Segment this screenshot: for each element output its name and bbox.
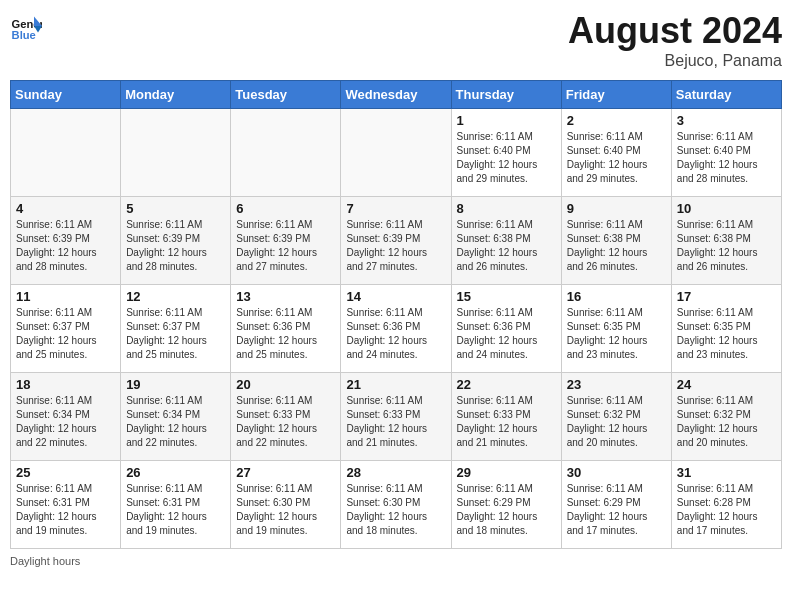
day-cell [231, 109, 341, 197]
day-cell: 12Sunrise: 6:11 AMSunset: 6:37 PMDayligh… [121, 285, 231, 373]
day-cell: 18Sunrise: 6:11 AMSunset: 6:34 PMDayligh… [11, 373, 121, 461]
day-cell: 6Sunrise: 6:11 AMSunset: 6:39 PMDaylight… [231, 197, 341, 285]
day-number: 20 [236, 377, 335, 392]
day-cell: 9Sunrise: 6:11 AMSunset: 6:38 PMDaylight… [561, 197, 671, 285]
day-info: Sunrise: 6:11 AMSunset: 6:40 PMDaylight:… [677, 130, 776, 186]
day-cell: 10Sunrise: 6:11 AMSunset: 6:38 PMDayligh… [671, 197, 781, 285]
day-cell: 31Sunrise: 6:11 AMSunset: 6:28 PMDayligh… [671, 461, 781, 549]
day-info: Sunrise: 6:11 AMSunset: 6:34 PMDaylight:… [16, 394, 115, 450]
month-year: August 2024 [568, 10, 782, 52]
calendar-table: SundayMondayTuesdayWednesdayThursdayFrid… [10, 80, 782, 549]
day-info: Sunrise: 6:11 AMSunset: 6:36 PMDaylight:… [346, 306, 445, 362]
day-info: Sunrise: 6:11 AMSunset: 6:38 PMDaylight:… [567, 218, 666, 274]
day-info: Sunrise: 6:11 AMSunset: 6:39 PMDaylight:… [126, 218, 225, 274]
day-number: 2 [567, 113, 666, 128]
day-info: Sunrise: 6:11 AMSunset: 6:35 PMDaylight:… [567, 306, 666, 362]
day-cell: 2Sunrise: 6:11 AMSunset: 6:40 PMDaylight… [561, 109, 671, 197]
week-row-2: 4Sunrise: 6:11 AMSunset: 6:39 PMDaylight… [11, 197, 782, 285]
footer: Daylight hours [10, 555, 782, 567]
day-cell: 20Sunrise: 6:11 AMSunset: 6:33 PMDayligh… [231, 373, 341, 461]
logo: General Blue [10, 10, 44, 42]
day-number: 4 [16, 201, 115, 216]
day-cell: 4Sunrise: 6:11 AMSunset: 6:39 PMDaylight… [11, 197, 121, 285]
day-number: 23 [567, 377, 666, 392]
day-cell: 30Sunrise: 6:11 AMSunset: 6:29 PMDayligh… [561, 461, 671, 549]
day-cell: 21Sunrise: 6:11 AMSunset: 6:33 PMDayligh… [341, 373, 451, 461]
day-number: 8 [457, 201, 556, 216]
day-info: Sunrise: 6:11 AMSunset: 6:38 PMDaylight:… [457, 218, 556, 274]
day-number: 9 [567, 201, 666, 216]
day-cell: 26Sunrise: 6:11 AMSunset: 6:31 PMDayligh… [121, 461, 231, 549]
column-header-thursday: Thursday [451, 81, 561, 109]
logo-icon: General Blue [10, 10, 42, 42]
day-info: Sunrise: 6:11 AMSunset: 6:36 PMDaylight:… [236, 306, 335, 362]
day-number: 27 [236, 465, 335, 480]
day-info: Sunrise: 6:11 AMSunset: 6:31 PMDaylight:… [126, 482, 225, 538]
day-number: 1 [457, 113, 556, 128]
day-number: 3 [677, 113, 776, 128]
day-info: Sunrise: 6:11 AMSunset: 6:37 PMDaylight:… [16, 306, 115, 362]
week-row-1: 1Sunrise: 6:11 AMSunset: 6:40 PMDaylight… [11, 109, 782, 197]
day-info: Sunrise: 6:11 AMSunset: 6:40 PMDaylight:… [457, 130, 556, 186]
page-header: General Blue August 2024 Bejuco, Panama [10, 10, 782, 70]
day-number: 7 [346, 201, 445, 216]
column-header-monday: Monday [121, 81, 231, 109]
day-info: Sunrise: 6:11 AMSunset: 6:38 PMDaylight:… [677, 218, 776, 274]
column-header-friday: Friday [561, 81, 671, 109]
location: Bejuco, Panama [568, 52, 782, 70]
day-number: 31 [677, 465, 776, 480]
day-cell: 7Sunrise: 6:11 AMSunset: 6:39 PMDaylight… [341, 197, 451, 285]
daylight-label: Daylight hours [10, 555, 80, 567]
day-cell: 27Sunrise: 6:11 AMSunset: 6:30 PMDayligh… [231, 461, 341, 549]
day-info: Sunrise: 6:11 AMSunset: 6:33 PMDaylight:… [457, 394, 556, 450]
day-number: 24 [677, 377, 776, 392]
title-block: August 2024 Bejuco, Panama [568, 10, 782, 70]
day-cell: 5Sunrise: 6:11 AMSunset: 6:39 PMDaylight… [121, 197, 231, 285]
column-header-wednesday: Wednesday [341, 81, 451, 109]
day-number: 25 [16, 465, 115, 480]
day-info: Sunrise: 6:11 AMSunset: 6:32 PMDaylight:… [677, 394, 776, 450]
week-row-4: 18Sunrise: 6:11 AMSunset: 6:34 PMDayligh… [11, 373, 782, 461]
column-header-tuesday: Tuesday [231, 81, 341, 109]
day-cell [121, 109, 231, 197]
day-number: 17 [677, 289, 776, 304]
day-cell: 15Sunrise: 6:11 AMSunset: 6:36 PMDayligh… [451, 285, 561, 373]
day-info: Sunrise: 6:11 AMSunset: 6:36 PMDaylight:… [457, 306, 556, 362]
day-number: 11 [16, 289, 115, 304]
day-info: Sunrise: 6:11 AMSunset: 6:33 PMDaylight:… [346, 394, 445, 450]
day-info: Sunrise: 6:11 AMSunset: 6:30 PMDaylight:… [346, 482, 445, 538]
day-cell: 19Sunrise: 6:11 AMSunset: 6:34 PMDayligh… [121, 373, 231, 461]
day-info: Sunrise: 6:11 AMSunset: 6:29 PMDaylight:… [457, 482, 556, 538]
column-header-saturday: Saturday [671, 81, 781, 109]
day-cell: 8Sunrise: 6:11 AMSunset: 6:38 PMDaylight… [451, 197, 561, 285]
day-cell: 11Sunrise: 6:11 AMSunset: 6:37 PMDayligh… [11, 285, 121, 373]
day-info: Sunrise: 6:11 AMSunset: 6:39 PMDaylight:… [346, 218, 445, 274]
day-number: 30 [567, 465, 666, 480]
day-cell: 17Sunrise: 6:11 AMSunset: 6:35 PMDayligh… [671, 285, 781, 373]
day-cell: 28Sunrise: 6:11 AMSunset: 6:30 PMDayligh… [341, 461, 451, 549]
svg-text:Blue: Blue [12, 29, 36, 41]
day-cell: 16Sunrise: 6:11 AMSunset: 6:35 PMDayligh… [561, 285, 671, 373]
day-number: 6 [236, 201, 335, 216]
day-info: Sunrise: 6:11 AMSunset: 6:29 PMDaylight:… [567, 482, 666, 538]
day-number: 16 [567, 289, 666, 304]
day-info: Sunrise: 6:11 AMSunset: 6:31 PMDaylight:… [16, 482, 115, 538]
calendar-header-row: SundayMondayTuesdayWednesdayThursdayFrid… [11, 81, 782, 109]
day-cell: 22Sunrise: 6:11 AMSunset: 6:33 PMDayligh… [451, 373, 561, 461]
day-info: Sunrise: 6:11 AMSunset: 6:40 PMDaylight:… [567, 130, 666, 186]
day-number: 5 [126, 201, 225, 216]
day-number: 10 [677, 201, 776, 216]
day-cell: 24Sunrise: 6:11 AMSunset: 6:32 PMDayligh… [671, 373, 781, 461]
day-number: 12 [126, 289, 225, 304]
day-cell: 29Sunrise: 6:11 AMSunset: 6:29 PMDayligh… [451, 461, 561, 549]
day-cell: 1Sunrise: 6:11 AMSunset: 6:40 PMDaylight… [451, 109, 561, 197]
day-info: Sunrise: 6:11 AMSunset: 6:39 PMDaylight:… [236, 218, 335, 274]
day-info: Sunrise: 6:11 AMSunset: 6:28 PMDaylight:… [677, 482, 776, 538]
day-info: Sunrise: 6:11 AMSunset: 6:32 PMDaylight:… [567, 394, 666, 450]
day-info: Sunrise: 6:11 AMSunset: 6:34 PMDaylight:… [126, 394, 225, 450]
day-cell: 25Sunrise: 6:11 AMSunset: 6:31 PMDayligh… [11, 461, 121, 549]
day-number: 19 [126, 377, 225, 392]
day-info: Sunrise: 6:11 AMSunset: 6:33 PMDaylight:… [236, 394, 335, 450]
day-cell: 3Sunrise: 6:11 AMSunset: 6:40 PMDaylight… [671, 109, 781, 197]
day-info: Sunrise: 6:11 AMSunset: 6:37 PMDaylight:… [126, 306, 225, 362]
